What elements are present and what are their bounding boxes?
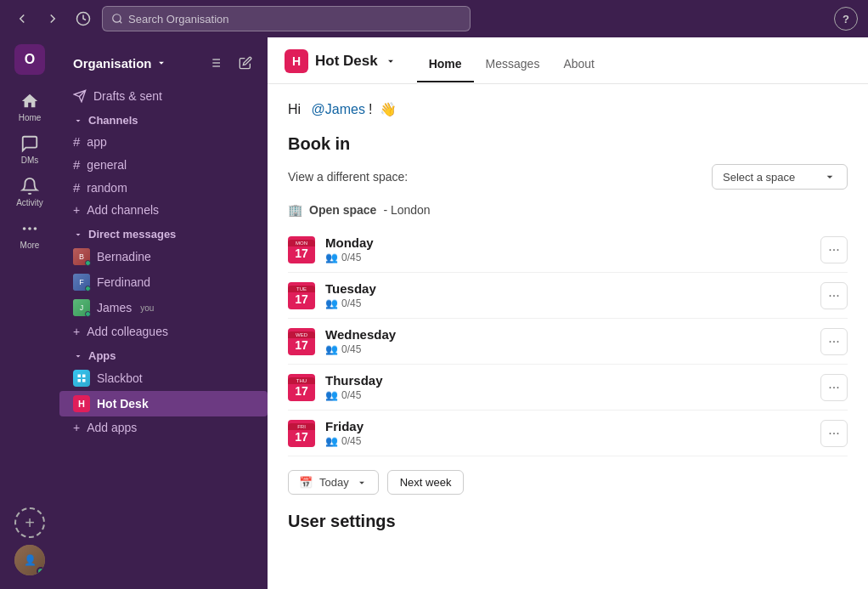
today-dropdown[interactable]: 📅 Today [288,470,379,495]
hash-icon: # [73,134,80,149]
home-label: Home [19,113,42,122]
compose-button[interactable] [234,51,257,75]
add-channel-button[interactable]: + Add channels [59,199,268,221]
slackbot-icon [73,370,90,387]
chevron-down-icon [155,57,167,69]
user-settings-title: User settings [288,512,848,531]
svg-point-1 [113,14,121,22]
hash-icon: # [73,157,80,172]
sidebar-item-hotdesk[interactable]: H Hot Desk [59,391,268,416]
add-workspace-button[interactable]: + [14,507,45,538]
thursday-more-button[interactable]: ··· [820,374,848,401]
calendar-icon: 📅 [299,476,313,489]
wednesday-more-button[interactable]: ··· [820,328,848,355]
svg-rect-13 [78,379,82,382]
activity-label: Activity [16,198,43,207]
hash-icon: # [73,180,80,195]
compose-icon [239,56,252,70]
app-title[interactable]: H Hot Desk [285,49,397,83]
apps-section-header[interactable]: Apps [59,343,268,365]
next-week-button[interactable]: Next week [387,470,465,495]
sidebar-header: Organisation [59,37,268,85]
forward-button[interactable] [41,7,65,31]
collapse-icon [73,116,83,126]
dms-icon [20,134,39,153]
james-avatar: J [73,299,90,316]
sidebar-item-channel-random[interactable]: # random [59,176,268,199]
sidebar-item-channel-general[interactable]: # general [59,153,268,176]
location-row: 🏢 Open space - London [288,203,848,217]
sidebar-item-channel-app[interactable]: # app [59,130,268,153]
plus-icon: + [73,421,80,434]
hotdesk-icon-sm: H [73,395,90,412]
status-dot [37,567,45,575]
online-status [85,311,91,317]
sidebar-item-slackbot[interactable]: Slackbot [59,365,268,391]
org-avatar[interactable]: O [14,44,45,75]
add-apps-button[interactable]: + Add apps [59,416,268,439]
sidebar-item-more[interactable]: More [4,214,55,255]
friday-more-button[interactable]: ··· [820,420,848,447]
tuesday-calendar-icon: TUE 17 [288,282,315,309]
svg-rect-14 [82,379,86,382]
select-space-dropdown[interactable]: Select a space [712,164,848,190]
svg-point-3 [28,227,31,230]
sidebar-item-dm-james[interactable]: J James you [59,295,268,320]
tuesday-more-button[interactable]: ··· [820,282,848,309]
thursday-calendar-icon: THU 17 [288,374,315,401]
people-icon: 👥 [325,435,338,447]
back-button[interactable] [10,7,34,31]
org-name-button[interactable]: Organisation [73,56,167,71]
search-bar[interactable] [102,6,471,31]
user-avatar[interactable]: 👤 [14,545,45,575]
you-badge: you [140,303,154,313]
tab-messages[interactable]: Messages [474,50,552,82]
view-space-label: View a different space: [288,170,408,184]
search-icon [111,13,123,25]
plus-icon: + [73,325,80,338]
sidebar-item-drafts[interactable]: Drafts & sent [59,85,268,107]
monday-calendar-icon: MON 17 [288,236,315,263]
content-tabs: Home Messages About [417,50,606,82]
search-input[interactable] [128,13,461,25]
day-row-friday: FRI 17 Friday 👥 0/45 ··· [288,411,848,456]
help-button[interactable]: ? [834,7,858,31]
wednesday-calendar-icon: WED 17 [288,328,315,355]
more-icon [20,219,39,238]
content-body: Hi @James! 👋 Book in View a different sp… [268,84,868,589]
plus-icon: + [73,203,80,217]
sidebar-item-home[interactable]: Home [4,87,55,127]
filter-button[interactable] [203,51,227,75]
dms-label: DMs [21,156,39,165]
tab-about[interactable]: About [551,50,606,82]
filter-icon [208,56,222,70]
sidebar-item-activity[interactable]: Activity [4,172,55,212]
channels-section-header[interactable]: Channels [59,107,268,130]
select-chevron-icon [823,170,837,184]
sidebar-item-dms[interactable]: DMs [4,129,55,170]
history-button[interactable] [71,7,95,31]
svg-rect-12 [82,375,86,378]
tab-home[interactable]: Home [417,50,474,82]
day-row-thursday: THU 17 Thursday 👥 0/45 ··· [288,365,848,411]
hotdesk-logo: H [285,49,308,73]
today-chevron-icon [356,477,368,489]
day-row-monday: MON 17 Monday 👥 0/45 ··· [288,227,848,273]
sidebar-item-dm-ferdinand[interactable]: F Ferdinand [59,269,268,295]
day-row-tuesday: TUE 17 Tuesday 👥 0/45 ··· [288,273,848,319]
mention[interactable]: @James [312,102,365,117]
building-icon: 🏢 [288,203,302,217]
view-space-row: View a different space: Select a space [288,164,848,190]
svg-rect-11 [78,375,82,378]
collapse-dm-icon [73,229,83,240]
dms-section-header[interactable]: Direct messages [59,221,268,244]
monday-more-button[interactable]: ··· [820,236,848,263]
ferdinand-avatar: F [73,274,90,291]
sidebar-item-dm-bernadine[interactable]: B Bernadine [59,244,268,269]
people-icon: 👥 [325,297,338,309]
icon-bar: O Home DMs Activity More [0,37,59,589]
friday-calendar-icon: FRI 17 [288,420,315,447]
online-status [85,260,91,266]
topbar: ? [0,0,868,37]
add-colleagues-button[interactable]: + Add colleagues [59,320,268,343]
